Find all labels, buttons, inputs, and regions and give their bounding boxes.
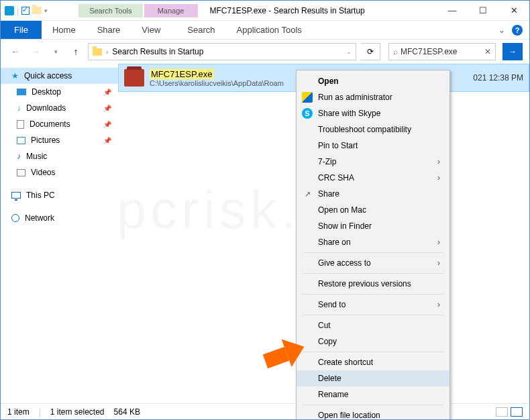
tab-search[interactable]: Search — [176, 21, 225, 39]
ctx-label: Send to — [318, 300, 346, 309]
status-item-count: 1 item — [7, 407, 30, 417]
result-filename: MFC71ESP.exe — [150, 69, 214, 79]
separator — [302, 294, 444, 295]
exe-icon — [124, 69, 144, 87]
submenu-arrow-icon: › — [437, 173, 440, 182]
sidebar-this-pc[interactable]: This PC — [1, 187, 118, 203]
back-button[interactable]: ← — [7, 44, 23, 60]
app-icon — [5, 6, 14, 15]
pc-icon — [11, 192, 21, 199]
tab-share[interactable]: Share — [87, 21, 131, 39]
sidebar-desktop[interactable]: Desktop 📌 — [1, 84, 118, 100]
search-input[interactable]: MFC71ESP.exe — [401, 47, 482, 56]
window-title: MFC71ESP.exe - Search Results in Startup — [198, 6, 437, 15]
ctx-label: Share on — [318, 238, 351, 247]
address-dropdown-icon[interactable]: ⌄ — [346, 48, 352, 55]
view-large-button[interactable] — [511, 407, 523, 417]
search-box[interactable]: ⌕ MFC71ESP.exe ✕ — [388, 43, 496, 60]
sidebar-label: Desktop — [32, 87, 61, 97]
submenu-arrow-icon: › — [437, 157, 440, 166]
folder-icon[interactable] — [32, 7, 42, 14]
sidebar-label: Videos — [31, 168, 55, 177]
ctx-troubleshoot[interactable]: Troubleshoot compatibility — [297, 121, 449, 138]
sidebar-network[interactable]: Network — [1, 210, 118, 226]
ctx-copy[interactable]: Copy — [297, 333, 449, 350]
ribbon-tabs: File Home Share View Search Application … — [1, 21, 529, 40]
pin-icon: 📌 — [103, 89, 111, 96]
sidebar-documents[interactable]: Documents 📌 — [1, 116, 118, 132]
minimize-button[interactable]: — — [437, 1, 468, 21]
navigation-bar: ← → ▾ ↑ › Search Results in Startup ⌄ ⟳ … — [1, 40, 529, 64]
ctx-label: Give access to — [318, 258, 371, 268]
ctx-share-on[interactable]: Share on › — [297, 234, 449, 250]
qat-dropdown-icon[interactable]: ▾ — [44, 7, 48, 14]
ribbon-expand-icon[interactable]: ⌄ — [498, 25, 505, 35]
ctx-create-shortcut[interactable]: Create shortcut — [297, 354, 449, 370]
close-button[interactable]: ✕ — [498, 1, 529, 21]
sidebar-quick-access[interactable]: ★ Quick access — [1, 68, 118, 84]
tab-home[interactable]: Home — [42, 21, 87, 39]
divider: | — [39, 407, 41, 417]
network-icon — [11, 214, 19, 222]
star-icon: ★ — [11, 71, 19, 81]
context-tab-manage[interactable]: Manage — [144, 4, 198, 17]
forward-button: → — [28, 44, 44, 60]
ctx-open-mac[interactable]: Open on Mac — [297, 202, 449, 218]
context-menu: Open Run as administrator S Share with S… — [296, 70, 450, 420]
ctx-restore-versions[interactable]: Restore previous versions — [297, 276, 449, 292]
ctx-open[interactable]: Open — [297, 73, 449, 89]
status-selected: 1 item selected — [50, 407, 105, 417]
sidebar-videos[interactable]: Videos — [1, 164, 118, 180]
ctx-show-finder[interactable]: Show in Finder — [297, 218, 449, 234]
video-icon — [17, 169, 25, 176]
clear-search-button[interactable]: ✕ — [484, 47, 491, 56]
recent-dropdown-icon[interactable]: ▾ — [48, 44, 64, 60]
maximize-button[interactable]: ☐ — [468, 1, 498, 21]
sidebar-label: This PC — [26, 191, 55, 200]
sidebar-label: Downloads — [26, 103, 66, 113]
pin-icon: 📌 — [103, 137, 111, 144]
pin-icon: 📌 — [103, 121, 111, 128]
sidebar-pictures[interactable]: Pictures 📌 — [1, 132, 118, 148]
ctx-give-access[interactable]: Give access to › — [297, 255, 449, 271]
music-icon: ♪ — [17, 152, 21, 161]
sidebar-label: Pictures — [31, 136, 60, 145]
search-icon: ⌕ — [393, 47, 398, 56]
ctx-crc-sha[interactable]: CRC SHA › — [297, 170, 449, 186]
ctx-share-skype[interactable]: S Share with Skype — [297, 105, 449, 121]
qat-toggle-icon[interactable] — [21, 7, 30, 15]
ctx-label: Run as administrator — [318, 93, 392, 102]
ctx-send-to[interactable]: Send to › — [297, 297, 449, 313]
ctx-run-admin[interactable]: Run as administrator — [297, 89, 449, 105]
search-go-button[interactable]: → — [502, 43, 523, 60]
ctx-7zip[interactable]: 7-Zip › — [297, 154, 449, 170]
ctx-label: CRC SHA — [318, 173, 354, 182]
view-details-button[interactable] — [496, 407, 508, 417]
chevron-right-icon[interactable]: › — [106, 48, 108, 56]
tab-app-tools[interactable]: Application Tools — [226, 21, 313, 39]
download-icon: ↓ — [17, 103, 21, 113]
address-bar[interactable]: › Search Results in Startup ⌄ — [88, 43, 356, 60]
tab-view[interactable]: View — [131, 21, 171, 39]
ctx-delete[interactable]: Delete — [297, 370, 449, 386]
refresh-button[interactable]: ⟳ — [360, 43, 380, 60]
help-icon[interactable]: ? — [512, 25, 523, 36]
share-icon: ↗ — [302, 189, 313, 199]
ctx-open-location[interactable]: Open file location — [297, 407, 449, 420]
submenu-arrow-icon: › — [437, 238, 440, 247]
pictures-icon — [17, 137, 25, 144]
divider: | — [17, 6, 19, 15]
ctx-share[interactable]: ↗ Share — [297, 186, 449, 202]
file-menu[interactable]: File — [1, 21, 42, 39]
sidebar-downloads[interactable]: ↓ Downloads 📌 — [1, 100, 118, 116]
pin-icon: 📌 — [103, 105, 111, 112]
address-text[interactable]: Search Results in Startup — [112, 47, 342, 56]
submenu-arrow-icon: › — [437, 258, 440, 268]
ctx-cut[interactable]: Cut — [297, 317, 449, 333]
up-button[interactable]: ↑ — [68, 44, 84, 60]
submenu-arrow-icon: › — [437, 300, 440, 309]
context-tab-search-tools[interactable]: Search Tools — [78, 4, 142, 17]
ctx-pin-start[interactable]: Pin to Start — [297, 138, 449, 154]
ctx-rename[interactable]: Rename — [297, 386, 449, 403]
sidebar-music[interactable]: ♪ Music — [1, 148, 118, 164]
